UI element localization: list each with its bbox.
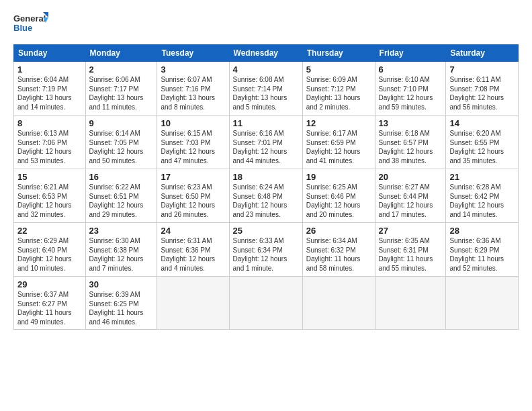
day-info: Sunrise: 6:23 AM Sunset: 6:50 PM Dayligh… [161,183,225,219]
day-info: Sunrise: 6:30 AM Sunset: 6:38 PM Dayligh… [89,236,154,273]
week-row-4: 22Sunrise: 6:29 AM Sunset: 6:40 PM Dayli… [14,223,519,277]
day-info: Sunrise: 6:37 AM Sunset: 6:27 PM Dayligh… [17,290,82,326]
day-info: Sunrise: 6:29 AM Sunset: 6:40 PM Dayligh… [17,236,82,273]
day-cell: 20Sunrise: 6:27 AM Sunset: 6:44 PM Dayli… [375,169,446,223]
day-cell [229,277,302,330]
col-header-sunday: Sunday [14,45,86,62]
day-number: 15 [17,172,82,182]
day-cell: 23Sunrise: 6:30 AM Sunset: 6:38 PM Dayli… [85,223,157,277]
day-info: Sunrise: 6:36 AM Sunset: 6:29 PM Dayligh… [449,236,515,273]
col-header-friday: Friday [375,45,446,62]
svg-text:General: General [13,13,46,24]
day-info: Sunrise: 6:27 AM Sunset: 6:44 PM Dayligh… [379,183,443,219]
day-info: Sunrise: 6:24 AM Sunset: 6:48 PM Dayligh… [233,183,299,219]
day-number: 13 [379,118,443,128]
day-cell: 19Sunrise: 6:25 AM Sunset: 6:46 PM Dayli… [302,169,375,223]
logo-svg: General Blue [13,11,48,38]
calendar-body: 1Sunrise: 6:04 AM Sunset: 7:19 PM Daylig… [14,62,519,330]
day-cell [375,277,446,330]
day-number: 11 [233,118,299,128]
day-cell: 6Sunrise: 6:10 AM Sunset: 7:10 PM Daylig… [375,62,446,116]
day-cell: 8Sunrise: 6:13 AM Sunset: 7:06 PM Daylig… [14,116,86,169]
day-cell: 7Sunrise: 6:11 AM Sunset: 7:08 PM Daylig… [446,62,519,116]
day-cell: 14Sunrise: 6:20 AM Sunset: 6:55 PM Dayli… [446,116,519,169]
day-cell [446,277,519,330]
day-number: 21 [449,172,515,182]
day-cell: 27Sunrise: 6:35 AM Sunset: 6:31 PM Dayli… [375,223,446,277]
day-cell: 13Sunrise: 6:18 AM Sunset: 6:57 PM Dayli… [375,116,446,169]
day-cell: 25Sunrise: 6:33 AM Sunset: 6:34 PM Dayli… [229,223,302,277]
day-cell: 3Sunrise: 6:07 AM Sunset: 7:16 PM Daylig… [157,62,229,116]
day-info: Sunrise: 6:11 AM Sunset: 7:08 PM Dayligh… [449,75,515,111]
day-number: 29 [17,279,82,289]
page-header: General Blue [13,11,519,38]
day-cell [157,277,229,330]
day-cell: 26Sunrise: 6:34 AM Sunset: 6:32 PM Dayli… [302,223,375,277]
day-number: 17 [161,172,225,182]
day-cell: 18Sunrise: 6:24 AM Sunset: 6:48 PM Dayli… [229,169,302,223]
day-cell: 28Sunrise: 6:36 AM Sunset: 6:29 PM Dayli… [446,223,519,277]
day-cell: 5Sunrise: 6:09 AM Sunset: 7:12 PM Daylig… [302,62,375,116]
day-number: 10 [161,118,225,128]
col-header-monday: Monday [85,45,157,62]
day-number: 19 [306,172,371,182]
day-info: Sunrise: 6:22 AM Sunset: 6:51 PM Dayligh… [89,183,154,219]
day-number: 20 [379,172,443,182]
day-info: Sunrise: 6:16 AM Sunset: 7:01 PM Dayligh… [233,129,299,165]
day-cell: 1Sunrise: 6:04 AM Sunset: 7:19 PM Daylig… [14,62,86,116]
day-number: 30 [89,279,154,289]
col-header-tuesday: Tuesday [157,45,229,62]
col-header-saturday: Saturday [446,45,519,62]
day-cell: 12Sunrise: 6:17 AM Sunset: 6:59 PM Dayli… [302,116,375,169]
day-number: 6 [379,64,443,75]
day-number: 23 [89,226,154,236]
day-number: 2 [89,64,154,75]
day-info: Sunrise: 6:08 AM Sunset: 7:14 PM Dayligh… [233,75,299,111]
day-number: 5 [306,64,371,75]
day-info: Sunrise: 6:10 AM Sunset: 7:10 PM Dayligh… [379,75,443,111]
day-info: Sunrise: 6:13 AM Sunset: 7:06 PM Dayligh… [17,129,82,165]
day-cell: 29Sunrise: 6:37 AM Sunset: 6:27 PM Dayli… [14,277,86,330]
day-info: Sunrise: 6:21 AM Sunset: 6:53 PM Dayligh… [17,183,82,219]
day-cell: 30Sunrise: 6:39 AM Sunset: 6:25 PM Dayli… [85,277,157,330]
col-header-wednesday: Wednesday [229,45,302,62]
day-info: Sunrise: 6:17 AM Sunset: 6:59 PM Dayligh… [306,129,371,165]
day-cell [302,277,375,330]
logo: General Blue [13,11,48,38]
day-info: Sunrise: 6:15 AM Sunset: 7:03 PM Dayligh… [161,129,225,165]
day-info: Sunrise: 6:39 AM Sunset: 6:25 PM Dayligh… [89,290,154,326]
day-number: 12 [306,118,371,128]
day-number: 4 [233,64,299,75]
day-info: Sunrise: 6:34 AM Sunset: 6:32 PM Dayligh… [306,236,371,273]
day-number: 1 [17,64,82,75]
day-info: Sunrise: 6:06 AM Sunset: 7:17 PM Dayligh… [89,75,154,111]
day-info: Sunrise: 6:04 AM Sunset: 7:19 PM Dayligh… [17,75,82,111]
day-cell: 17Sunrise: 6:23 AM Sunset: 6:50 PM Dayli… [157,169,229,223]
day-number: 24 [161,226,225,236]
col-header-thursday: Thursday [302,45,375,62]
day-number: 18 [233,172,299,182]
day-number: 22 [17,226,82,236]
week-row-2: 8Sunrise: 6:13 AM Sunset: 7:06 PM Daylig… [14,116,519,169]
week-row-5: 29Sunrise: 6:37 AM Sunset: 6:27 PM Dayli… [14,277,519,330]
calendar: SundayMondayTuesdayWednesdayThursdayFrid… [13,44,519,330]
day-info: Sunrise: 6:33 AM Sunset: 6:34 PM Dayligh… [233,236,299,273]
day-cell: 10Sunrise: 6:15 AM Sunset: 7:03 PM Dayli… [157,116,229,169]
week-row-3: 15Sunrise: 6:21 AM Sunset: 6:53 PM Dayli… [14,169,519,223]
day-cell: 4Sunrise: 6:08 AM Sunset: 7:14 PM Daylig… [229,62,302,116]
day-number: 27 [379,226,443,236]
svg-text:Blue: Blue [13,23,32,33]
day-info: Sunrise: 6:09 AM Sunset: 7:12 PM Dayligh… [306,75,371,111]
day-number: 25 [233,226,299,236]
day-cell: 22Sunrise: 6:29 AM Sunset: 6:40 PM Dayli… [14,223,86,277]
day-cell: 2Sunrise: 6:06 AM Sunset: 7:17 PM Daylig… [85,62,157,116]
day-info: Sunrise: 6:20 AM Sunset: 6:55 PM Dayligh… [449,129,515,165]
day-number: 3 [161,64,225,75]
day-info: Sunrise: 6:35 AM Sunset: 6:31 PM Dayligh… [379,236,443,273]
day-cell: 21Sunrise: 6:28 AM Sunset: 6:42 PM Dayli… [446,169,519,223]
day-number: 14 [449,118,515,128]
week-row-1: 1Sunrise: 6:04 AM Sunset: 7:19 PM Daylig… [14,62,519,116]
day-cell: 11Sunrise: 6:16 AM Sunset: 7:01 PM Dayli… [229,116,302,169]
day-number: 16 [89,172,154,182]
day-info: Sunrise: 6:18 AM Sunset: 6:57 PM Dayligh… [379,129,443,165]
